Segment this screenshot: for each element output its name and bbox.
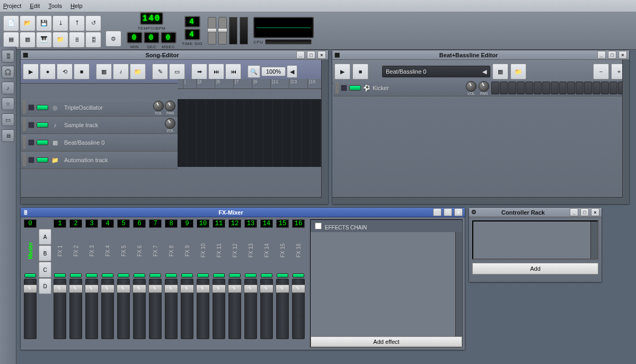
mute-led[interactable] (293, 273, 304, 278)
save-project-button[interactable]: 💾 (36, 15, 52, 31)
fx-channel[interactable]: 2FX 2 (68, 219, 83, 348)
vscrollbar[interactable] (590, 221, 597, 259)
automation-toggle[interactable]: 📁 (52, 32, 68, 48)
hscrollbar[interactable] (21, 197, 328, 204)
fx-titlebar[interactable]: 🎚 FX-Mixer _ □ × (21, 208, 465, 217)
bb-step[interactable] (584, 82, 592, 94)
fx-channel[interactable]: 8FX 8 (164, 219, 179, 348)
fx-channel-master[interactable]: 0 Master (23, 219, 38, 348)
skip-start-button[interactable]: ⏮ (225, 64, 241, 79)
fader[interactable] (69, 279, 82, 339)
bb-play-button[interactable]: ▶ (334, 64, 350, 79)
zoom-field[interactable]: 100% (261, 67, 286, 76)
song-timeline[interactable]: ||3 |5|7 |9|11 |13|15 (178, 79, 322, 89)
track-knob[interactable] (165, 118, 175, 129)
bb-remove-step-button[interactable]: − (593, 64, 609, 79)
zoom-dropdown-button[interactable]: ◀ (287, 65, 297, 78)
mute-led[interactable] (24, 273, 36, 278)
bb-stop-button[interactable]: ■ (352, 64, 368, 79)
bb-step[interactable] (534, 82, 542, 94)
add-bb-track-button[interactable]: ▩ (96, 64, 112, 79)
mute-led[interactable] (213, 273, 225, 278)
track-name[interactable]: Sample track (62, 122, 163, 128)
fader[interactable] (276, 279, 289, 339)
time-msec[interactable]: 0 (161, 32, 176, 43)
fader[interactable] (197, 279, 209, 339)
minimize-button[interactable]: _ (433, 208, 441, 216)
timesig-den[interactable]: 4 (184, 29, 200, 40)
record-loop-button[interactable]: ⟲ (57, 64, 73, 79)
close-button[interactable]: × (317, 51, 326, 59)
track-knob[interactable] (165, 101, 175, 111)
fx-channel[interactable]: 14FX 14 (259, 219, 274, 348)
add-automation-button[interactable]: 📁 (130, 64, 146, 79)
maximize-button[interactable]: □ (608, 51, 616, 59)
presets-tab-icon[interactable]: ♪ (2, 82, 14, 94)
fx-channel[interactable]: 12FX 12 (227, 219, 242, 348)
fx-send-button[interactable]: B (39, 245, 51, 261)
fader[interactable] (181, 279, 193, 339)
fx-channel[interactable]: 3FX 3 (84, 219, 99, 348)
bb-knob[interactable] (466, 81, 476, 92)
fader[interactable] (85, 279, 98, 339)
settings-button[interactable]: ⚙ (105, 31, 121, 47)
mute-led[interactable] (277, 273, 288, 278)
minimize-button[interactable]: _ (597, 51, 606, 59)
mute-button[interactable] (341, 85, 347, 91)
bb-add-track-button[interactable]: ▩ (492, 64, 508, 79)
mute-led[interactable] (149, 273, 161, 278)
fx-mixer-toggle[interactable]: 🎚 (69, 32, 85, 48)
vscrollbar[interactable] (622, 60, 629, 198)
fx-channel[interactable]: 9FX 9 (180, 219, 195, 348)
menu-project[interactable]: Project (3, 3, 21, 10)
samples-tab-icon[interactable]: 🎧 (2, 66, 14, 78)
bb-step[interactable] (593, 82, 600, 94)
mute-led[interactable] (261, 273, 272, 278)
fader[interactable] (117, 279, 130, 339)
grip-icon[interactable] (335, 82, 339, 94)
bb-step[interactable] (500, 82, 508, 94)
record-button[interactable]: ● (40, 64, 56, 79)
fx-channel[interactable]: 13FX 13 (243, 219, 258, 348)
tempo-lcd[interactable]: 140 (140, 12, 164, 25)
zoom-icon[interactable]: 🔍 (248, 65, 260, 78)
track-header[interactable]: ♪Sample trackVOL (21, 117, 178, 134)
bb-step[interactable] (517, 82, 525, 94)
projects-tab-icon[interactable]: ▭ (2, 113, 14, 126)
favorites-tab-icon[interactable]: ☆ (2, 97, 14, 110)
mute-led[interactable] (245, 273, 257, 278)
controller-rack-toggle[interactable]: 🎛 (85, 32, 101, 48)
controller-add-button[interactable]: Add (472, 263, 598, 274)
fader[interactable] (133, 279, 146, 339)
fader[interactable] (101, 279, 114, 339)
bb-titlebar[interactable]: ▩ Beat+Bassline Editor _ □ × (332, 50, 629, 60)
menu-tools[interactable]: Tools (48, 3, 62, 10)
fx-channel[interactable]: 4FX 4 (100, 219, 115, 348)
timesig-num[interactable]: 4 (184, 16, 200, 28)
hscrollbar[interactable] (332, 197, 629, 204)
new-project-button[interactable]: 📄 (3, 15, 19, 31)
export-button[interactable]: ⤓ (52, 15, 68, 31)
time-min[interactable]: 0 (127, 32, 143, 43)
loop-forward-button[interactable]: ➡ (191, 64, 207, 79)
minimize-button[interactable]: _ (570, 208, 578, 216)
fader[interactable] (260, 279, 273, 339)
vscrollbar[interactable] (321, 60, 328, 198)
mute-button[interactable] (28, 122, 34, 128)
draw-mode-button[interactable]: ✎ (152, 64, 168, 79)
track-name[interactable]: Automation track (62, 157, 173, 163)
bb-editor-toggle[interactable]: ▩ (20, 32, 36, 48)
fx-channel[interactable]: 11FX 11 (211, 219, 226, 348)
bb-knob[interactable] (479, 81, 489, 92)
bb-pattern-combo[interactable]: Beat/Bassline 0◀ (382, 66, 490, 77)
track-header[interactable]: ◎TripleOscillatorVOLPAN (21, 99, 178, 117)
select-mode-button[interactable]: ▭ (169, 64, 185, 79)
chain-enable-checkbox[interactable] (315, 223, 322, 229)
mute-led[interactable] (102, 273, 113, 278)
master-volume-slider[interactable] (208, 17, 216, 45)
menu-help[interactable]: Help (70, 3, 83, 10)
mute-led[interactable] (86, 273, 98, 278)
fader[interactable] (165, 279, 178, 339)
close-button[interactable]: × (591, 208, 599, 216)
cr-titlebar[interactable]: ⚙ Controller Rack _ □ × (469, 208, 602, 217)
